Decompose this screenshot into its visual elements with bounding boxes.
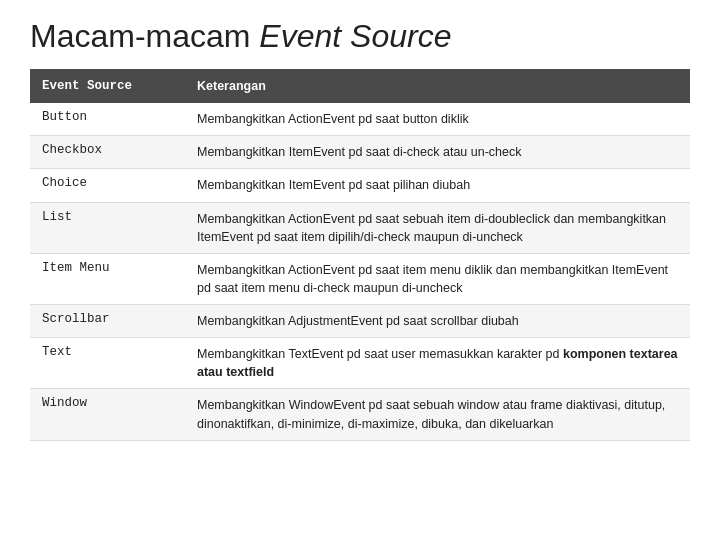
event-source-cell: Window [30,389,185,440]
title-plain: Macam-macam [30,18,259,54]
table-body: ButtonMembangkitkan ActionEvent pd saat … [30,103,690,440]
keterangan-cell: Membangkitkan ItemEvent pd saat pilihan … [185,169,690,202]
event-source-cell: List [30,202,185,253]
event-source-cell: Item Menu [30,253,185,304]
keterangan-cell: Membangkitkan TextEvent pd saat user mem… [185,338,690,389]
table-row: ListMembangkitkan ActionEvent pd saat se… [30,202,690,253]
keterangan-cell: Membangkitkan ActionEvent pd saat button… [185,103,690,136]
event-source-cell: Button [30,103,185,136]
table-header-row: Event Source Keterangan [30,69,690,103]
keterangan-cell: Membangkitkan ActionEvent pd saat item m… [185,253,690,304]
table-row: ScrollbarMembangkitkan AdjustmentEvent p… [30,305,690,338]
table-row: Item MenuMembangkitkan ActionEvent pd sa… [30,253,690,304]
keterangan-cell: Membangkitkan ItemEvent pd saat di-check… [185,136,690,169]
title-italic: Event Source [259,18,451,54]
page-container: Macam-macam Event Source Event Source Ke… [0,0,720,451]
keterangan-cell: Membangkitkan AdjustmentEvent pd saat sc… [185,305,690,338]
event-source-cell: Checkbox [30,136,185,169]
event-source-cell: Scrollbar [30,305,185,338]
table-row: ChoiceMembangkitkan ItemEvent pd saat pi… [30,169,690,202]
table-row: TextMembangkitkan TextEvent pd saat user… [30,338,690,389]
event-source-cell: Choice [30,169,185,202]
event-source-table: Event Source Keterangan ButtonMembangkit… [30,69,690,441]
event-source-cell: Text [30,338,185,389]
header-event-source: Event Source [30,69,185,103]
header-keterangan: Keterangan [185,69,690,103]
keterangan-cell: Membangkitkan ActionEvent pd saat sebuah… [185,202,690,253]
table-row: ButtonMembangkitkan ActionEvent pd saat … [30,103,690,136]
table-row: CheckboxMembangkitkan ItemEvent pd saat … [30,136,690,169]
keterangan-cell: Membangkitkan WindowEvent pd saat sebuah… [185,389,690,440]
table-row: WindowMembangkitkan WindowEvent pd saat … [30,389,690,440]
page-title: Macam-macam Event Source [30,18,690,55]
